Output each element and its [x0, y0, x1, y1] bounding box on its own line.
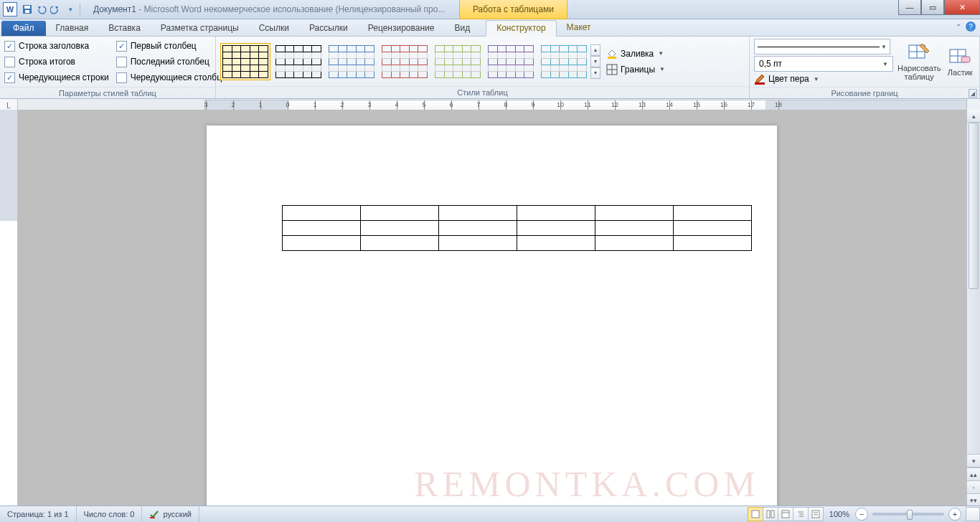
option-Строка итогов[interactable]: Строка итогов — [4, 54, 109, 70]
svg-rect-16 — [767, 511, 770, 518]
qat-customize-icon[interactable]: ▾ — [63, 2, 77, 16]
view-web-icon[interactable] — [778, 507, 793, 521]
group-table-style-options: ✓Строка заголовкаСтрока итогов✓Чередующи… — [0, 37, 216, 98]
draw-table-button[interactable]: Нарисовать таблицу — [897, 38, 941, 85]
gallery-scroll[interactable]: ▴ ▾ ▾ — [590, 44, 600, 79]
document-page[interactable] — [207, 125, 777, 522]
table-style-1[interactable] — [273, 43, 324, 80]
option-Чередующиеся столбцы[interactable]: Чередующиеся столбцы — [116, 70, 228, 85]
group-table-styles: ▴ ▾ ▾ Заливка▼ Границы▼ Стили таблиц — [216, 37, 750, 98]
option-Последний столбец[interactable]: Последний столбец — [116, 54, 228, 70]
next-page-icon[interactable]: ▾▾ — [967, 493, 980, 506]
eraser-icon — [948, 47, 971, 67]
proofing-icon — [149, 509, 159, 519]
window-title: Документ1 - Microsoft Word некоммерческо… — [93, 4, 445, 14]
svg-rect-15 — [752, 511, 759, 518]
svg-rect-3 — [608, 57, 616, 59]
gallery-up-icon[interactable]: ▴ — [590, 44, 600, 56]
ribbon-minimize-icon[interactable]: ⌃ — [956, 23, 961, 31]
table-styles-gallery[interactable] — [220, 43, 589, 80]
line-weight-select[interactable]: 0,5 пт▼ — [754, 56, 893, 72]
svg-rect-1 — [24, 6, 30, 9]
title-bar: W ▾ Документ1 - Microsoft Word некоммерч… — [0, 0, 980, 19]
tab-Конструктор[interactable]: Конструктор — [486, 20, 556, 37]
view-fullscreen-icon[interactable] — [763, 507, 778, 521]
bucket-icon — [606, 48, 618, 60]
table-style-5[interactable] — [486, 43, 536, 80]
checkbox-icon — [116, 72, 127, 83]
view-print-layout-icon[interactable] — [748, 507, 763, 521]
tab-Разметка страницы[interactable]: Разметка страницы — [151, 21, 249, 36]
shading-button[interactable]: Заливка▼ — [603, 47, 668, 61]
maximize-button[interactable]: ▭ — [921, 0, 944, 15]
checkbox-icon: ✓ — [4, 41, 15, 52]
svg-rect-23 — [812, 511, 819, 518]
svg-rect-7 — [755, 82, 765, 85]
borders-icon — [606, 64, 618, 75]
vertical-ruler[interactable] — [0, 110, 18, 506]
prev-page-icon[interactable]: ▴▴ — [967, 468, 980, 480]
close-button[interactable]: ✕ — [944, 0, 980, 15]
view-draft-icon[interactable] — [808, 507, 824, 521]
minimize-button[interactable]: — — [898, 0, 921, 15]
scroll-up-icon[interactable]: ▴ — [967, 110, 980, 123]
draw-table-icon — [908, 42, 930, 62]
contextual-tab-header: Работа с таблицами — [459, 0, 567, 19]
status-bar: Страница: 1 из 1 Число слов: 0 русский 1… — [0, 506, 980, 522]
option-Первый столбец[interactable]: ✓Первый столбец — [116, 38, 228, 54]
qat-undo-icon[interactable] — [34, 2, 49, 16]
ribbon: ✓Строка заголовкаСтрока итогов✓Чередующи… — [0, 37, 980, 99]
view-outline-icon[interactable] — [793, 507, 809, 521]
table-style-4[interactable] — [433, 43, 483, 80]
document-area: ▴ ▾ ▴▴ ◦ ▾▾ REMONTKA.COM — [0, 110, 980, 506]
scroll-thumb[interactable] — [969, 123, 979, 289]
checkbox-icon — [116, 57, 127, 67]
svg-rect-14 — [961, 57, 970, 62]
svg-rect-17 — [771, 511, 774, 518]
zoom-in-button[interactable]: + — [948, 508, 961, 521]
table-style-2[interactable] — [326, 43, 377, 80]
tab-Макет[interactable]: Макет — [557, 20, 601, 36]
table-style-0[interactable] — [220, 43, 270, 80]
browse-object-icon[interactable]: ◦ — [967, 480, 980, 493]
pen-icon — [754, 73, 765, 85]
ribbon-tabs: Файл ГлавнаяВставкаРазметка страницыСсыл… — [0, 19, 980, 37]
eraser-button[interactable]: Ластик — [945, 38, 975, 85]
checkbox-icon: ✓ — [4, 72, 15, 83]
gallery-more-icon[interactable]: ▾ — [590, 67, 600, 79]
option-Строка заголовка[interactable]: ✓Строка заголовка — [4, 38, 109, 54]
checkbox-icon: ✓ — [116, 41, 127, 52]
checkbox-icon — [4, 57, 15, 67]
help-icon[interactable]: ? — [966, 22, 976, 32]
borders-button[interactable]: Границы▼ — [603, 62, 668, 77]
status-page[interactable]: Страница: 1 из 1 — [0, 506, 77, 522]
tab-Вид[interactable]: Вид — [444, 21, 480, 36]
word-app-icon[interactable]: W — [3, 2, 17, 16]
tab-Рассылки[interactable]: Рассылки — [299, 21, 358, 36]
document-table[interactable] — [282, 205, 752, 251]
qat-save-icon[interactable] — [20, 2, 34, 16]
tab-file[interactable]: Файл — [1, 21, 46, 36]
tab-Ссылки[interactable]: Ссылки — [249, 21, 299, 36]
table-style-6[interactable] — [539, 43, 589, 80]
tab-Рецензирование[interactable]: Рецензирование — [358, 21, 445, 36]
status-word-count[interactable]: Число слов: 0 — [77, 506, 143, 522]
zoom-out-button[interactable]: − — [855, 508, 868, 521]
tab-Вставка[interactable]: Вставка — [98, 21, 151, 36]
table-style-3[interactable] — [380, 43, 430, 80]
vertical-scrollbar[interactable]: ▴ ▾ ▴▴ ◦ ▾▾ — [966, 110, 980, 506]
zoom-level[interactable]: 100% — [829, 510, 849, 518]
line-style-select[interactable]: ▼ — [754, 39, 890, 54]
scroll-down-icon[interactable]: ▾ — [967, 454, 980, 468]
group-draw-borders: ▼ 0,5 пт▼ Цвет пера▼ Нарисовать таблицу … — [750, 37, 980, 98]
zoom-fit-icon[interactable] — [966, 507, 980, 521]
status-language[interactable]: русский — [142, 506, 199, 522]
dialog-launcher-icon[interactable]: ◢ — [969, 89, 977, 98]
svg-rect-18 — [782, 511, 789, 518]
tab-Главная[interactable]: Главная — [46, 21, 99, 36]
gallery-down-icon[interactable]: ▾ — [590, 56, 600, 67]
zoom-slider[interactable] — [872, 513, 944, 516]
qat-redo-icon[interactable] — [49, 2, 63, 16]
option-Чередующиеся строки[interactable]: ✓Чередующиеся строки — [4, 70, 109, 85]
pen-color-button[interactable]: Цвет пера▼ — [754, 73, 893, 85]
